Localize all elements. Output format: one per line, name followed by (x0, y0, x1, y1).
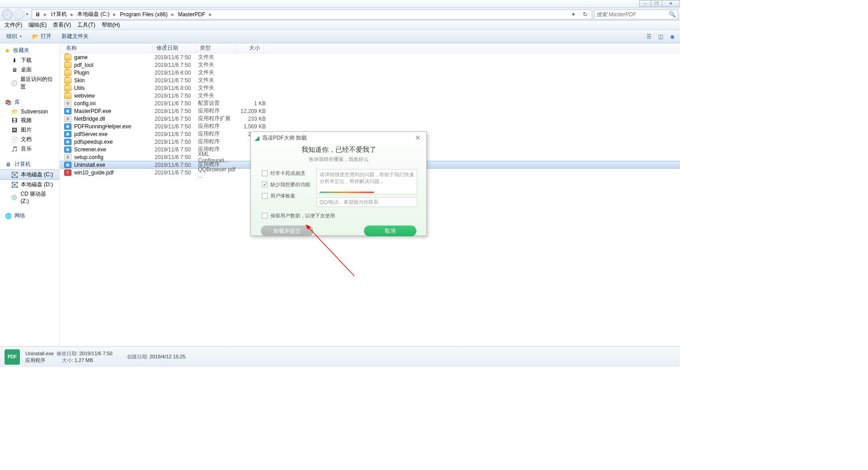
refresh-icon[interactable]: ↻ (580, 11, 590, 18)
file-row[interactable]: game2019/11/6 7:50文件夹 (60, 53, 680, 61)
menu-view[interactable]: 查看(V) (50, 20, 74, 30)
col-name[interactable]: 名称 (60, 43, 153, 53)
sidebar-item-desktop[interactable]: 🖥桌面 (0, 65, 59, 75)
file-type: 文件夹 (198, 69, 239, 76)
dialog-close-button[interactable]: ✕ (413, 134, 423, 142)
file-row[interactable]: Utils2019/11/6 8:00文件夹 (60, 84, 680, 92)
contact-input[interactable]: QQ/电话，希望能与你联系 (316, 197, 417, 207)
menu-file[interactable]: 文件(F) (2, 20, 25, 30)
file-row[interactable]: ⚙NetBridge.dll2019/11/6 7:50应用程序扩展233 KB (60, 115, 680, 122)
chevron-right-icon: ▶ (170, 12, 175, 17)
file-row[interactable]: ▣PDFRunningHelper.exe2019/11/6 7:50应用程序1… (60, 122, 680, 130)
search-input[interactable] (596, 11, 669, 18)
sidebar-libraries[interactable]: 📚库 (0, 97, 59, 108)
file-row[interactable]: ▣MasterPDF.exe2019/11/6 7:50应用程序12,209 K… (60, 107, 680, 115)
file-row[interactable]: Skin2019/11/6 7:50文件夹 (60, 76, 680, 84)
exe-icon: ▣ (64, 131, 71, 137)
folder-icon (64, 85, 71, 91)
close-button[interactable]: ✕ (662, 0, 680, 7)
details-pane: PDF Uninstall.exe 修改日期: 2019/11/6 7:50 应… (0, 346, 680, 367)
file-date: 2019/11/6 7:50 (155, 131, 198, 137)
file-row[interactable]: pdf_tool2019/11/6 7:50文件夹 (60, 61, 680, 69)
forward-button[interactable]: → (14, 9, 24, 20)
crumb-pf86[interactable]: Program Files (x86) (119, 11, 168, 18)
col-type[interactable]: 类型 (196, 43, 237, 53)
sidebar-item-music[interactable]: 🎵音乐 (0, 144, 59, 154)
cancel-button[interactable]: 取消 (364, 226, 416, 236)
chk-keep-data[interactable]: 保留用户数据，以便下次使用 (262, 212, 415, 219)
sidebar-item-downloads[interactable]: ⬇下载 (0, 56, 59, 65)
file-row[interactable]: Plugin2019/11/6 8:00文件夹 (60, 69, 680, 76)
sidebar-favorites[interactable]: ★收藏夹 (0, 45, 59, 56)
chevron-right-icon: ▶ (208, 12, 213, 17)
sidebar-item-disk-c[interactable]: 💽本地磁盘 (C:) (0, 169, 59, 180)
menu-edit[interactable]: 编辑(E) (26, 20, 49, 30)
preview-pane-button[interactable]: ◫ (656, 33, 665, 41)
file-type: 文件夹 (198, 53, 239, 61)
address-bar[interactable]: 🖥 ▶ 计算机 ▶ 本地磁盘 (C:) ▶ Program Files (x86… (32, 9, 592, 19)
file-size: 233 KB (239, 116, 266, 122)
documents-icon: 📄 (11, 136, 18, 143)
file-row[interactable]: webview2019/11/6 7:50文件夹 (60, 92, 680, 99)
open-button[interactable]: 📂打开 (28, 31, 55, 42)
sidebar-item-videos[interactable]: 🎞视频 (0, 116, 59, 125)
app-logo-icon: ◢ (255, 134, 259, 141)
view-mode-button[interactable]: ☰ (644, 33, 654, 41)
file-date: 2019/11/6 7:50 (155, 77, 198, 84)
crumb-masterpdf[interactable]: MasterPDF (177, 11, 207, 18)
menu-help[interactable]: 帮助(H) (99, 20, 123, 30)
back-button[interactable]: ← (2, 9, 13, 20)
sidebar-computer[interactable]: 🖥计算机 (0, 159, 59, 169)
search-icon[interactable]: 🔍 (669, 11, 676, 18)
help-icon[interactable]: ◉ (667, 33, 677, 41)
chk-missing-feature[interactable]: ✔缺少我想要的功能 (262, 181, 310, 188)
file-name: win10_guide.pdf (74, 169, 113, 176)
search-box[interactable]: 🔍 (594, 9, 678, 19)
file-date: 2019/11/6 8:00 (155, 70, 198, 76)
chk-crash[interactable]: 经常卡死或崩溃 (262, 170, 310, 177)
disk-icon: 💽 (11, 172, 18, 178)
uninstall-submit-button[interactable]: 卸载并提交 (261, 226, 313, 236)
menu-tools[interactable]: 工具(T) (75, 20, 98, 30)
sidebar-network[interactable]: 🌐网络 (0, 211, 59, 221)
desktop-icon: 🖥 (11, 67, 18, 73)
file-date: 2019/11/6 7:50 (155, 116, 198, 122)
chk-ux[interactable]: 用户体验差 (262, 193, 310, 199)
checkbox-icon (262, 193, 268, 199)
nav-sidebar: ★收藏夹 ⬇下载 🖥桌面 🕘最近访问的位置 📚库 📁Subversion 🎞视频… (0, 43, 60, 346)
feedback-textarea[interactable]: 请详细描述您遇到的问题，有助于我们快速分析并定位，帮你解决问题... (316, 169, 417, 194)
chevron-right-icon: ▶ (70, 12, 75, 17)
window-titlebar: ─ ❐ ✕ (0, 0, 680, 8)
new-folder-button[interactable]: 新建文件夹 (58, 31, 92, 42)
details-filename: Uninstall.exe (25, 351, 54, 356)
sidebar-item-pictures[interactable]: 🖼图片 (0, 125, 59, 135)
sidebar-item-recent[interactable]: 🕘最近访问的位置 (0, 75, 59, 92)
history-dropdown[interactable]: ▼ (25, 12, 31, 16)
network-icon: 🌐 (5, 213, 12, 219)
exe-icon: ▣ (64, 139, 71, 145)
organize-button[interactable]: 组织 (3, 31, 25, 42)
restore-button[interactable]: ❐ (651, 0, 662, 7)
crumb-computer[interactable]: 计算机 (50, 10, 68, 18)
file-row[interactable]: ⚙config.ini2019/11/6 7:50配置设置1 KB (60, 99, 680, 107)
file-type: 应用程序 (198, 130, 239, 138)
sort-indicator-icon: ▲ (164, 43, 167, 47)
computer-icon: 🖥 (34, 11, 41, 18)
address-dropdown-icon[interactable]: ▾ (568, 11, 578, 18)
file-date: 2019/11/6 7:50 (155, 146, 198, 153)
minimize-button[interactable]: ─ (639, 0, 651, 7)
col-size[interactable]: 大小 (237, 43, 264, 53)
file-type: 应用程序 (198, 122, 239, 130)
pdf-icon: P (64, 169, 71, 176)
sidebar-item-subversion[interactable]: 📁Subversion (0, 108, 59, 116)
dialog-headline: 我知道你，已经不爱我了 (251, 146, 426, 154)
sidebar-item-documents[interactable]: 📄文档 (0, 135, 59, 144)
col-date[interactable]: 修改日期 (153, 43, 196, 53)
checkbox-icon (262, 170, 268, 176)
file-date: 2019/11/6 7:50 (155, 100, 198, 107)
checkbox-icon (262, 213, 268, 219)
sidebar-item-cd[interactable]: 💿CD 驱动器 (Z:) (0, 189, 59, 205)
file-name: NetBridge.dll (74, 116, 105, 122)
sidebar-item-disk-d[interactable]: 💽本地磁盘 (D:) (0, 180, 59, 189)
crumb-c[interactable]: 本地磁盘 (C:) (76, 10, 110, 18)
